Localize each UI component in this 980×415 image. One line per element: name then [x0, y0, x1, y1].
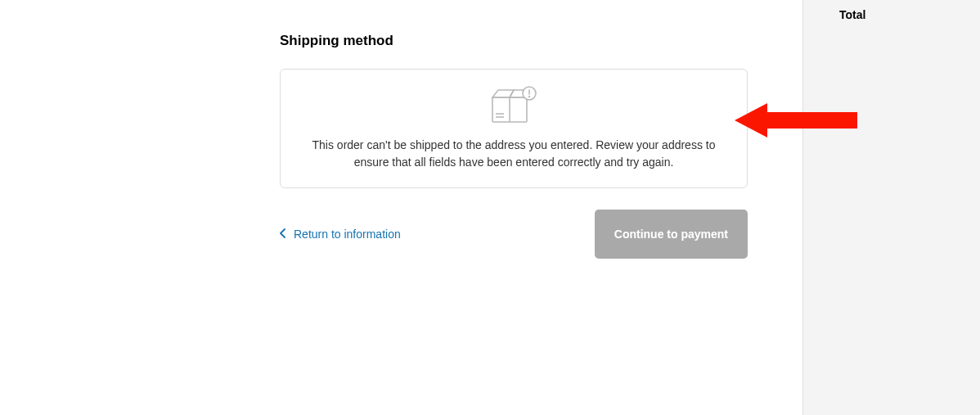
main-checkout-panel: Shipping method — [0, 0, 802, 415]
shipping-method-section: Shipping method — [280, 33, 748, 259]
return-to-information-link[interactable]: Return to information — [280, 228, 401, 241]
continue-to-payment-button[interactable]: Continue to payment — [595, 210, 748, 259]
shipping-error-text: This order can't be shipped to the addre… — [300, 137, 727, 171]
shipping-error-icon — [300, 86, 727, 127]
shipping-method-heading: Shipping method — [280, 33, 748, 49]
order-summary-sidebar: Total — [802, 0, 980, 415]
sidebar-total-label: Total — [839, 8, 964, 21]
checkout-actions-row: Return to information Continue to paymen… — [280, 210, 748, 259]
return-link-label: Return to information — [294, 228, 401, 241]
svg-point-6 — [528, 96, 530, 97]
chevron-left-icon — [280, 228, 285, 241]
shipping-error-notice: This order can't be shipped to the addre… — [280, 69, 748, 188]
